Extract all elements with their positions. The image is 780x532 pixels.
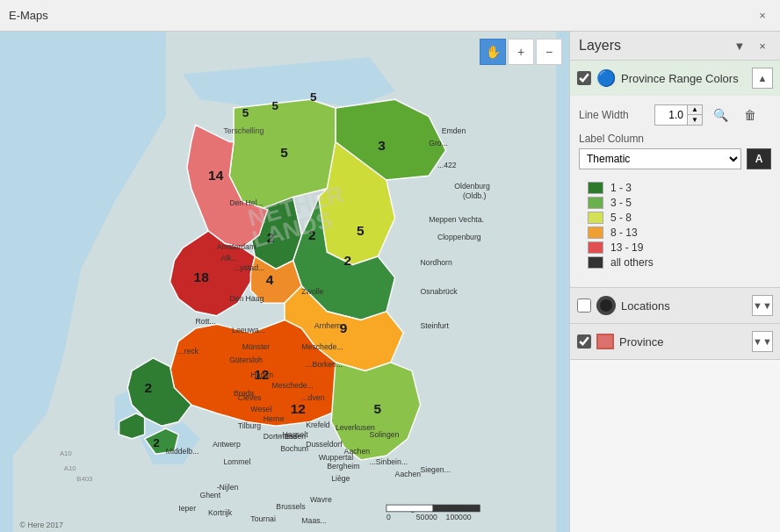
svg-text:5: 5 xyxy=(310,90,317,104)
legend-item-3-5: 3 - 5 xyxy=(588,197,762,209)
svg-text:Dortmund: Dortmund xyxy=(264,432,297,441)
svg-text:Middelb...: Middelb... xyxy=(166,447,199,456)
svg-text:Antwerp: Antwerp xyxy=(213,440,241,449)
line-width-down-btn[interactable]: ▼ xyxy=(688,115,702,125)
svg-text:...Borken...: ...Borken... xyxy=(306,360,343,369)
layers-panel-header: Layers ▼ × xyxy=(570,32,780,61)
svg-text:4: 4 xyxy=(266,272,274,287)
zoom-out-button[interactable]: − xyxy=(536,39,562,65)
line-width-up-btn[interactable]: ▲ xyxy=(688,105,702,115)
legend-item-8-13: 8 - 13 xyxy=(588,226,762,239)
legend-label-8-13: 8 - 13 xyxy=(610,226,638,239)
svg-text:18: 18 xyxy=(194,270,210,284)
layer-province-range-checkbox[interactable] xyxy=(577,71,591,85)
svg-text:A10: A10 xyxy=(60,449,72,457)
svg-text:Krefeld: Krefeld xyxy=(306,421,330,429)
svg-text:Meppen Vechta.: Meppen Vechta. xyxy=(429,215,484,224)
layer-locations-icon xyxy=(596,296,616,315)
svg-text:Ghent: Ghent xyxy=(199,491,220,500)
svg-text:Wuppertal: Wuppertal xyxy=(319,453,354,462)
svg-text:...ystad...: ...ystad... xyxy=(234,263,264,272)
layer-section-province: Province ▼▼ xyxy=(570,324,780,360)
svg-text:100000: 100000 xyxy=(446,513,472,521)
svg-text:...Sinbein...: ...Sinbein... xyxy=(370,457,408,466)
svg-text:Dusseldorf: Dusseldorf xyxy=(306,440,343,449)
svg-text:50000: 50000 xyxy=(416,513,437,521)
line-width-row: Line Width ▲ ▼ 🔍 🗑 xyxy=(579,103,771,127)
layer-province-range-controls: Line Width ▲ ▼ 🔍 🗑 Label Column xyxy=(570,96,780,287)
svg-text:...reck: ...reck xyxy=(177,347,199,356)
svg-text:5: 5 xyxy=(373,401,381,416)
zoom-icon-btn[interactable]: 🔍 xyxy=(708,103,733,127)
legend-item-all-others: all others xyxy=(588,256,762,269)
hand-tool-button[interactable]: ✋ xyxy=(480,39,506,65)
label-column-label: Label Column xyxy=(579,133,771,145)
svg-text:Alk...: Alk... xyxy=(221,254,238,262)
layers-close-icon[interactable]: × xyxy=(754,37,771,54)
legend-item-13-19: 13 - 19 xyxy=(588,241,762,254)
map-toolbar: ✋ + − xyxy=(480,39,562,65)
legend-label-all-others: all others xyxy=(610,256,654,269)
layer-section-province-range: 🔵 Province Range Colors ▲ Line Width ▲ ▼ xyxy=(570,61,780,288)
layer-locations-label: Locations xyxy=(621,299,747,313)
svg-text:2: 2 xyxy=(145,380,153,395)
svg-text:Gütersloh: Gütersloh xyxy=(229,356,263,364)
svg-text:Wavre: Wavre xyxy=(310,495,332,504)
layer-locations-checkbox[interactable] xyxy=(577,298,591,313)
svg-text:Aachen: Aachen xyxy=(395,470,422,478)
svg-text:© Here 2017: © Here 2017 xyxy=(20,521,64,529)
layer-province-checkbox[interactable] xyxy=(577,334,591,349)
line-width-input[interactable] xyxy=(655,105,687,125)
layer-section-locations: Locations ▼▼ xyxy=(570,288,780,324)
svg-text:Meschede...: Meschede... xyxy=(301,342,343,351)
svg-text:Brussels: Brussels xyxy=(276,502,306,511)
svg-text:2: 2 xyxy=(344,253,352,268)
legend-item-1-3: 1 - 3 xyxy=(588,182,762,194)
top-bar: E-Maps × xyxy=(0,0,780,32)
svg-text:Wesel: Wesel xyxy=(250,405,271,413)
label-column-select[interactable]: Thematic Province Value xyxy=(579,148,741,169)
svg-text:Leeuwa...: Leeuwa... xyxy=(232,326,265,334)
svg-text:Hamm: Hamm xyxy=(250,370,273,379)
svg-text:(Oldb.): (Oldb.) xyxy=(463,191,487,200)
svg-text:Tournai: Tournai xyxy=(250,514,276,523)
layers-collapse-icon[interactable]: ▼ xyxy=(731,37,748,54)
close-button[interactable]: × xyxy=(754,7,771,25)
layers-panel-title: Layers xyxy=(579,38,621,54)
legend-label-1-3: 1 - 3 xyxy=(610,182,632,194)
svg-text:5: 5 xyxy=(272,99,279,112)
legend-color-8-13 xyxy=(588,226,603,239)
svg-text:0: 0 xyxy=(386,513,391,521)
layer-locations-header: Locations ▼▼ xyxy=(570,288,780,323)
svg-text:Liège: Liège xyxy=(331,474,350,483)
svg-text:Gro...: Gro... xyxy=(429,139,448,147)
label-column-apply-btn[interactable]: A xyxy=(747,148,771,169)
svg-text:Münster: Münster xyxy=(242,342,270,351)
svg-text:Cleves: Cleves xyxy=(238,393,262,402)
layer-province-collapse-btn[interactable]: ▼▼ xyxy=(752,331,773,352)
legend-color-5-8 xyxy=(588,212,603,224)
svg-text:Rott...: Rott... xyxy=(196,317,216,326)
svg-text:A10: A10 xyxy=(64,464,76,472)
layer-province-range-collapse-btn[interactable]: ▲ xyxy=(752,68,773,89)
svg-text:Cloppenburg: Cloppenburg xyxy=(437,233,481,241)
svg-text:Maas...: Maas... xyxy=(301,516,327,525)
svg-text:Lommel: Lommel xyxy=(223,457,250,466)
line-width-label: Line Width xyxy=(579,109,649,121)
svg-text:12: 12 xyxy=(291,401,306,416)
zoom-in-button[interactable]: + xyxy=(508,39,534,65)
svg-text:-Nijlen: -Nijlen xyxy=(217,483,239,492)
svg-text:...dven: ...dven xyxy=(301,393,324,402)
line-width-spinner: ▲ ▼ xyxy=(687,105,702,125)
legend-color-3-5 xyxy=(588,197,603,209)
svg-text:2: 2 xyxy=(153,436,160,449)
legend-color-all-others xyxy=(588,256,603,269)
svg-text:Steinfurt: Steinfurt xyxy=(421,321,450,330)
legend-label-3-5: 3 - 5 xyxy=(610,197,632,209)
delete-icon-btn[interactable]: 🗑 xyxy=(738,103,762,127)
layer-locations-collapse-btn[interactable]: ▼▼ xyxy=(752,295,773,316)
layer-province-range-icon: 🔵 xyxy=(596,68,616,88)
svg-text:14: 14 xyxy=(208,168,224,183)
line-width-input-group: ▲ ▼ xyxy=(654,104,703,126)
app-title: E-Maps xyxy=(9,9,48,22)
